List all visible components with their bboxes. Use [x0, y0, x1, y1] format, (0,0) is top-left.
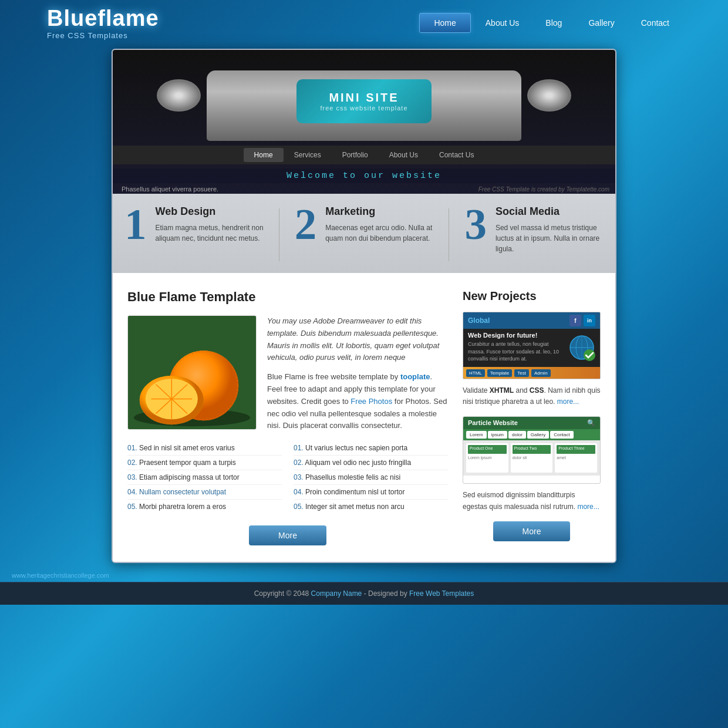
hero-nav-contact[interactable]: Contact Us [429, 148, 484, 162]
hero-nav-about[interactable]: About Us [379, 148, 429, 162]
logo-subtitle: Free CSS Templates [47, 31, 159, 40]
footer-url: www.heritagechristiancollege.com [0, 569, 728, 582]
feature-2-body: Maecenas eget arcu odio. Nulla at quam n… [325, 223, 433, 244]
list-link[interactable]: Nullam consectetur volutpat [139, 488, 226, 496]
thumb2-nav-btn-4[interactable]: Gallery [527, 431, 549, 439]
thumb2-nav-btn-3[interactable]: dolor [508, 431, 526, 439]
company-link[interactable]: Company Name [311, 589, 362, 598]
copyright-text: Copyright © 2048 [254, 589, 311, 598]
header: Blueflame Free CSS Templates Home About … [0, 0, 728, 46]
list-item: 05. Integer sit amet metus non arcu [294, 500, 448, 514]
feature-3-body: Sed vel massa id metus tristique luctus … [496, 223, 604, 254]
free-photos-link[interactable]: Free Photos [350, 397, 392, 406]
facebook-icon: f [569, 315, 581, 326]
feature-1-number: 1 [124, 205, 147, 243]
features-strip: 1 Web Design Etiam magna metus, hendreri… [113, 194, 615, 273]
thumb2-col-2: Product Two dolor sit [511, 443, 553, 473]
list-item: 05. Morbi pharetra lorem a eros [127, 500, 282, 514]
feature-3: 3 Social Media Sed vel massa id metus tr… [464, 205, 604, 254]
sidebar-text-2: Sed euismod dignissim blanditturpis eges… [463, 490, 601, 512]
thumb2-nav-btn-1[interactable]: Lorem [466, 431, 487, 439]
thumb2-col-3: Product Three amet [555, 443, 597, 473]
sidebar-and: and [514, 386, 530, 395]
project-1-header: Global [468, 316, 490, 325]
footer-btn-template[interactable]: Template [487, 369, 512, 377]
feature-3-text: Social Media Sed vel massa id metus tris… [496, 205, 604, 254]
project-1-content-body: Curabitur a ante tellus, non feugiat mas… [468, 341, 564, 363]
footer-btn-admin[interactable]: Admin [531, 369, 551, 377]
list-item: 02. Praesent tempor quam a turpis [127, 456, 282, 470]
thumb2-nav-btn-5[interactable]: Contact [550, 431, 574, 439]
headlight-left-icon [157, 79, 201, 112]
list-item: 01. Ut varius lectus nec sapien porta [294, 441, 448, 456]
feature-1-title: Web Design [156, 205, 264, 218]
feature-3-number: 3 [464, 205, 487, 243]
feature-2-title: Marketing [325, 205, 433, 218]
nav-blog[interactable]: Blog [534, 14, 574, 32]
content-lists: 01. Sed in nisl sit amet eros varius 02.… [127, 441, 448, 514]
hero-nav-portfolio[interactable]: Portfolio [332, 148, 379, 162]
feature-divider-2 [449, 208, 449, 261]
nav-home[interactable]: Home [419, 13, 470, 33]
hero-caption-right: Free CSS Template is created by Template… [478, 186, 609, 193]
list-item: 03. Phasellus molestie felis ac nisi [294, 470, 448, 485]
tooplate-link[interactable]: tooplate [400, 372, 430, 381]
sidebar-more-link-2[interactable]: more... [577, 503, 599, 511]
car-body: MINI SITE free css website template [207, 70, 521, 141]
globe-icon [569, 335, 595, 361]
nav-gallery[interactable]: Gallery [577, 14, 626, 32]
hero-banner: MINI SITE free css website template Home… [113, 50, 615, 194]
page-footer: Copyright © 2048 Company Name - Designed… [0, 582, 728, 605]
feature-1: 1 Web Design Etiam magna metus, hendreri… [124, 205, 264, 244]
list-item: 03. Etiam adipiscing massa ut tortor [127, 470, 282, 485]
footer-btn-test[interactable]: Test [514, 369, 529, 377]
sidebar-more-link-1[interactable]: more... [557, 397, 579, 406]
thumb2-col-1: Product One Lorem ipsum [466, 443, 508, 473]
sidebar-text-4: Sed euismod dignissim blanditturpis eges… [463, 491, 577, 510]
designed-by-text: - Designed by [362, 589, 409, 598]
content-image [127, 315, 257, 430]
sidebar-xhtml: XHTML [490, 386, 514, 395]
list-item: 04. Proin condimentum nisl ut tortor [294, 485, 448, 500]
main-content: Blue Flame Template [127, 289, 448, 545]
more-button-main[interactable]: More [249, 525, 326, 545]
nav-contact[interactable]: Contact [629, 14, 681, 32]
footer-btn-html[interactable]: HTML [466, 369, 485, 377]
logo-title: Blueflame [47, 6, 159, 31]
main-content-title: Blue Flame Template [127, 289, 448, 305]
feature-2-text: Marketing Maecenas eget arcu odio. Nulla… [325, 205, 433, 244]
hero-site-title: MINI SITE [329, 91, 399, 105]
content-area: Blue Flame Template [113, 273, 615, 562]
list-item: 04. Nullam consectetur volutpat [127, 485, 282, 500]
logo-area: Blueflame Free CSS Templates [47, 6, 159, 40]
feature-2: 2 Marketing Maecenas eget arcu odio. Nul… [295, 205, 434, 244]
hero-welcome: Welcome to our website [113, 168, 615, 183]
list-left: 01. Sed in nisl sit amet eros varius 02.… [127, 441, 282, 514]
feature-divider-1 [279, 208, 279, 261]
sidebar-title: New Projects [463, 289, 601, 303]
more-button-sidebar[interactable]: More [493, 521, 571, 541]
thumb2-nav-btn-2[interactable]: ipsum [488, 431, 507, 439]
nav-about[interactable]: About Us [474, 14, 531, 32]
hero-nav: Home Services Portfolio About Us Contact… [113, 146, 615, 164]
list-right: 01. Ut varius lectus nec sapien porta 02… [294, 441, 448, 514]
body-text-1: Blue Flame is free website template by [267, 372, 400, 381]
main-nav: Home About Us Blog Gallery Contact [419, 13, 681, 33]
hero-caption-left: Phasellus aliquet viverra posuere. [122, 186, 218, 193]
hero-nav-home[interactable]: Home [244, 148, 284, 162]
list-item: 01. Sed in nisl sit amet eros varius [127, 441, 282, 456]
sidebar: New Projects Global f in Web Design for … [463, 289, 601, 545]
project-1-content-title: Web Design for future! [468, 332, 564, 339]
main-container: MINI SITE free css website template Home… [112, 49, 616, 563]
list-item: 02. Aliquam vel odio nec justo fringilla [294, 456, 448, 470]
search-icon: 🔍 [587, 419, 595, 427]
hero-windshield: MINI SITE free css website template [296, 79, 432, 123]
hero-nav-services[interactable]: Services [284, 148, 332, 162]
hero-site-subtitle: free css website template [320, 105, 407, 112]
project-2-thumb: Particle Website 🔍 Lorem ipsum dolor Gal… [463, 416, 601, 484]
headlight-right-icon [527, 79, 571, 112]
project-2-header: Particle Website [468, 419, 518, 427]
feature-2-number: 2 [295, 205, 317, 243]
designer-link[interactable]: Free Web Templates [409, 589, 474, 598]
feature-1-text: Web Design Etiam magna metus, hendrerit … [156, 205, 264, 244]
